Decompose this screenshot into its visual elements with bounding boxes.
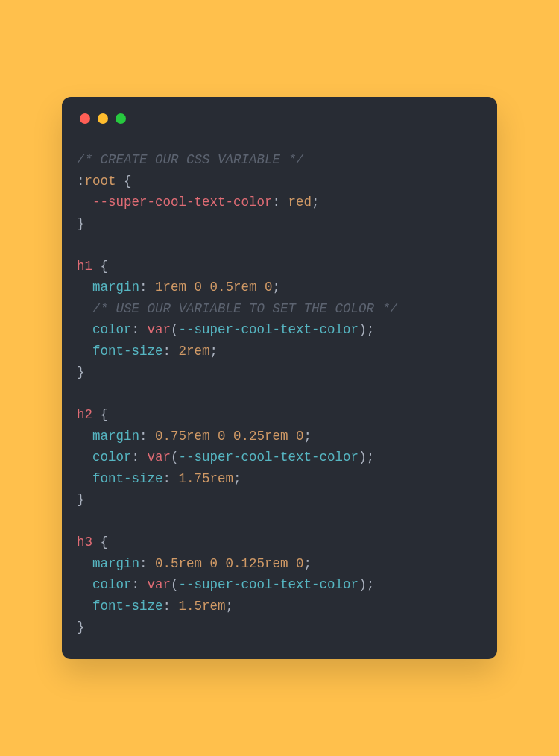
code-token: 1.75rem: [179, 471, 234, 486]
code-token: [77, 195, 92, 210]
code-token: :: [163, 471, 179, 486]
code-token: ;: [273, 280, 281, 294]
code-token: font-size: [92, 599, 163, 614]
code-token: h1: [77, 259, 92, 274]
code-token: color: [92, 577, 132, 592]
code-token: }: [77, 216, 85, 231]
code-token: 1rem 0 0.5rem 0: [155, 280, 273, 294]
code-token: :: [139, 429, 155, 444]
code-token: root: [85, 174, 116, 189]
code-token: {: [116, 174, 132, 189]
code-token: [77, 556, 92, 571]
code-token: --super-cool-text-color: [179, 450, 359, 464]
code-token: [77, 344, 92, 359]
code-token: h2: [77, 407, 92, 422]
code-window: /* CREATE OUR CSS VARIABLE */ :root { --…: [62, 97, 497, 659]
code-token: );: [359, 322, 374, 337]
code-token: :: [273, 195, 288, 210]
code-token: 0.5rem 0 0.125rem 0: [155, 556, 304, 571]
code-token: --super-cool-text-color: [179, 322, 359, 337]
code-token: 1.5rem: [179, 599, 226, 614]
code-token: }: [77, 492, 85, 507]
code-token: [77, 301, 92, 316]
minimize-icon[interactable]: [98, 113, 108, 124]
code-token: --super-cool-text-color: [92, 195, 273, 210]
code-token: color: [92, 322, 132, 337]
code-token: (: [171, 577, 179, 592]
code-token: 0.75rem 0 0.25rem 0: [155, 429, 304, 444]
code-token: (: [171, 322, 179, 337]
maximize-icon[interactable]: [116, 113, 126, 124]
code-token: [77, 429, 92, 444]
code-token: }: [77, 365, 85, 379]
code-token: }: [77, 620, 85, 634]
code-token: ;: [233, 471, 241, 486]
code-token: ;: [312, 195, 320, 210]
code-token: var: [148, 577, 171, 592]
code-token: ;: [304, 556, 312, 571]
code-token: font-size: [92, 471, 163, 486]
code-token: (: [171, 450, 179, 464]
code-token: [77, 471, 92, 486]
code-token: var: [148, 322, 171, 337]
code-token: :: [139, 556, 155, 571]
code-token: :: [77, 174, 85, 189]
code-token: font-size: [92, 344, 163, 359]
code-token: margin: [92, 556, 139, 571]
code-token: :: [139, 280, 155, 294]
code-token: red: [288, 195, 312, 210]
code-token: var: [148, 450, 171, 464]
code-token: [77, 599, 92, 614]
window-traffic-lights: [80, 113, 482, 124]
close-icon[interactable]: [80, 113, 90, 124]
code-token: color: [92, 450, 132, 464]
code-token: [77, 322, 92, 337]
code-token: ;: [304, 429, 312, 444]
code-token: /* USE OUR VARIABLE TO SET THE COLOR */: [92, 301, 398, 316]
code-token: :: [163, 344, 179, 359]
code-token: ;: [210, 344, 218, 359]
code-token: /* CREATE OUR CSS VARIABLE */: [77, 152, 304, 167]
code-token: margin: [92, 280, 139, 294]
code-token: {: [92, 535, 108, 549]
code-token: {: [92, 407, 108, 422]
code-token: );: [359, 450, 374, 464]
code-token: [77, 280, 92, 294]
code-token: :: [132, 577, 148, 592]
code-token: );: [359, 577, 374, 592]
code-token: {: [92, 259, 108, 274]
code-block: /* CREATE OUR CSS VARIABLE */ :root { --…: [77, 149, 482, 638]
code-token: ;: [226, 599, 234, 614]
code-token: :: [132, 450, 148, 464]
code-token: --super-cool-text-color: [179, 577, 359, 592]
code-token: [77, 450, 92, 464]
code-token: h3: [77, 535, 92, 549]
code-token: :: [163, 599, 179, 614]
code-token: [77, 577, 92, 592]
code-token: 2rem: [179, 344, 210, 359]
code-token: margin: [92, 429, 139, 444]
code-token: :: [132, 322, 148, 337]
